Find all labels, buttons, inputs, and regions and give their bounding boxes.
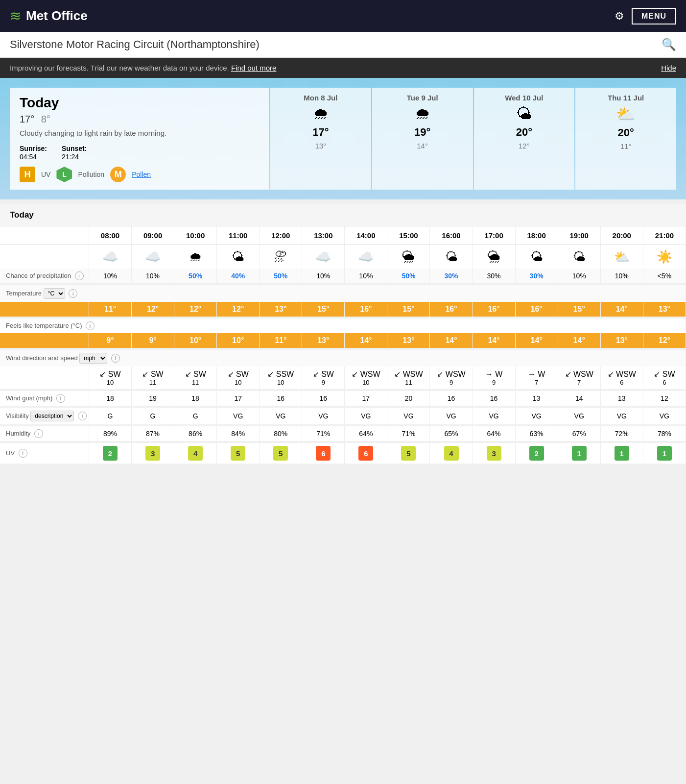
table-cell: VG xyxy=(260,408,302,424)
banner-hide-button[interactable]: Hide xyxy=(661,64,676,72)
table-cell: 15° xyxy=(387,302,430,317)
table-cell: 1 xyxy=(600,443,643,464)
table-cell: VG xyxy=(430,408,473,424)
table-cell: G xyxy=(89,408,131,424)
wind-cell: ↙ SW11 xyxy=(174,367,217,389)
wind-cell: → W9 xyxy=(473,367,515,389)
time-header: 21:00 xyxy=(643,226,686,245)
forecast-day-low: 11° xyxy=(620,142,632,150)
table-row: 9°9°10°10°11°13°14°13°14°14°14°14°13°12° xyxy=(0,333,686,348)
wind-cell: ↙ SSW10 xyxy=(260,367,302,389)
table-cell: 11° xyxy=(260,333,302,348)
forecast-day: Tue 9 Jul 🌧 19° 14° xyxy=(372,88,473,190)
feels-info-icon[interactable]: i xyxy=(86,321,95,330)
precip-info-icon[interactable]: i xyxy=(75,271,84,280)
vis-unit-select[interactable]: description xyxy=(30,411,74,421)
table-cell: 50% xyxy=(260,269,302,283)
wind-cell: ↙ WSW6 xyxy=(600,367,643,389)
forecast-days: Mon 8 Jul 🌧 17° 13° Tue 9 Jul 🌧 19° 14° … xyxy=(269,88,676,190)
table-row: Visibility description iGGGVGVGVGVGVGVGV… xyxy=(0,408,686,424)
forecast-day: Mon 8 Jul 🌧 17° 13° xyxy=(270,88,371,190)
table-cell: 🌤 xyxy=(515,245,558,269)
gust-info-icon[interactable]: i xyxy=(56,394,65,403)
forecast-day-icon: ⛅ xyxy=(616,105,636,123)
search-input[interactable] xyxy=(10,38,662,51)
table-cell: 17 xyxy=(345,391,387,406)
vis-info-icon[interactable]: i xyxy=(78,412,87,420)
table-row: Wind gust (mph) i18191817161617201616131… xyxy=(0,391,686,406)
table-cell: 10° xyxy=(217,333,260,348)
forecast-day: Wed 10 Jul 🌤 20° 12° xyxy=(474,88,575,190)
table-cell: 1 xyxy=(643,443,686,464)
time-header: 10:00 xyxy=(174,226,217,245)
table-row: ☁️☁️🌧🌤⛈☁️☁️🌦🌤🌦🌤🌤⛅☀️ xyxy=(0,245,686,269)
table-cell: 10% xyxy=(89,269,131,283)
table-row: Wind direction and speed mphkm/h i xyxy=(0,350,686,367)
pollution-badge: L xyxy=(56,167,72,182)
table-cell: 18 xyxy=(174,391,217,406)
table-cell: 12° xyxy=(174,302,217,317)
table-cell: 12° xyxy=(217,302,260,317)
uv-info-icon[interactable]: i xyxy=(19,449,27,458)
table-cell: 12 xyxy=(643,391,686,406)
table-cell: G xyxy=(132,408,174,424)
table-cell: 10% xyxy=(558,269,600,283)
table-cell: 9° xyxy=(132,333,174,348)
menu-button[interactable]: MENU xyxy=(632,8,676,24)
table-cell: 64% xyxy=(473,426,515,441)
table-cell: 50% xyxy=(174,269,217,283)
humidity-info-icon[interactable]: i xyxy=(34,429,43,438)
table-cell: VG xyxy=(600,408,643,424)
forecast-day-high: 19° xyxy=(414,126,430,139)
wind-cell: ↙ WSW9 xyxy=(430,367,473,389)
table-cell: 16° xyxy=(473,302,515,317)
table-row: UV i23455665432111 xyxy=(0,443,686,464)
table-cell: 50% xyxy=(387,269,430,283)
table-cell: 🌤 xyxy=(430,245,473,269)
banner-message: Improving our forecasts. Trial our new w… xyxy=(10,64,229,72)
table-cell: 80% xyxy=(260,426,302,441)
table-cell: ⛅ xyxy=(600,245,643,269)
table-cell: VG xyxy=(387,408,430,424)
table-cell: 4 xyxy=(174,443,217,464)
search-icon[interactable]: 🔍 xyxy=(662,38,676,51)
hero-section: Today 17° 8° Cloudy changing to light ra… xyxy=(0,78,686,199)
table-cell: 89% xyxy=(89,426,131,441)
table-cell: 9° xyxy=(89,333,131,348)
time-header: 13:00 xyxy=(302,226,345,245)
pollen-link[interactable]: Pollen xyxy=(132,171,151,178)
table-cell: 14° xyxy=(473,333,515,348)
table-cell: VG xyxy=(302,408,345,424)
table-cell: 13° xyxy=(302,333,345,348)
logo: ≋ Met Office xyxy=(10,8,88,24)
wind-unit-select[interactable]: mphkm/h xyxy=(79,353,107,364)
table-cell: ☁️ xyxy=(132,245,174,269)
time-header: 08:00 xyxy=(89,226,131,245)
table-cell: ☁️ xyxy=(345,245,387,269)
today-description: Cloudy changing to light rain by late mo… xyxy=(20,129,260,137)
table-cell: 5 xyxy=(387,443,430,464)
table-cell: 20 xyxy=(387,391,430,406)
table-cell: 18 xyxy=(89,391,131,406)
table-cell: 10% xyxy=(345,269,387,283)
settings-button[interactable]: ⚙ xyxy=(615,10,624,23)
table-cell: 16 xyxy=(473,391,515,406)
temp-info-icon[interactable]: i xyxy=(69,289,77,298)
temp-unit-select[interactable]: °C°F xyxy=(44,288,65,299)
table-cell: 78% xyxy=(643,426,686,441)
table-cell: 🌧 xyxy=(174,245,217,269)
time-header: 15:00 xyxy=(387,226,430,245)
table-cell: 16 xyxy=(430,391,473,406)
sunset: Sunset: 21:24 xyxy=(62,144,87,161)
table-cell: 72% xyxy=(600,426,643,441)
table-cell: 19 xyxy=(132,391,174,406)
table-cell: VG xyxy=(643,408,686,424)
banner-link[interactable]: Find out more xyxy=(231,64,277,72)
time-header: 16:00 xyxy=(430,226,473,245)
table-cell: 71% xyxy=(387,426,430,441)
time-header: 19:00 xyxy=(558,226,600,245)
table-cell: <5% xyxy=(643,269,686,283)
wind-info-icon[interactable]: i xyxy=(111,354,120,363)
forecast-day-name: Tue 9 Jul xyxy=(407,94,438,102)
table-row: 11°12°12°12°13°15°16°15°16°16°16°15°14°1… xyxy=(0,302,686,317)
